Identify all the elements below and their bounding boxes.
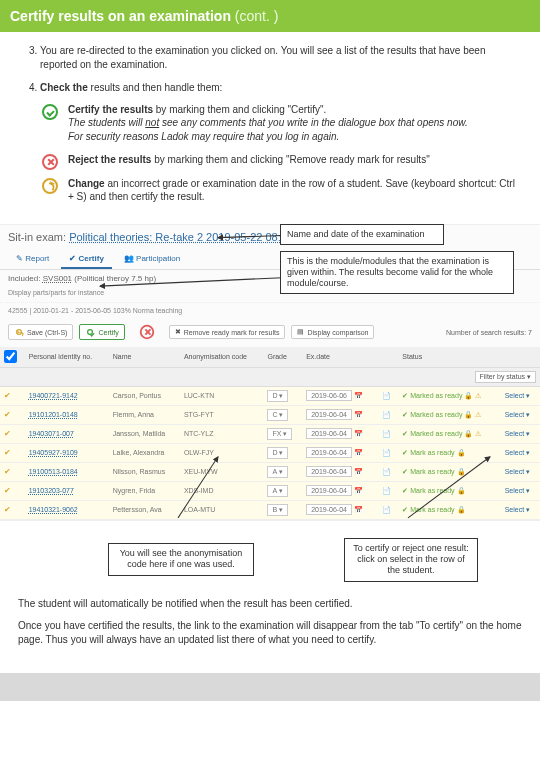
action-certify-security: For security reasons Ladok may require t… xyxy=(68,131,339,142)
cell-name: Carson, Pontus xyxy=(109,386,180,405)
col-pid[interactable]: Personal identity no. xyxy=(25,347,109,368)
remove-mark-icon-standalone xyxy=(139,324,155,341)
cell-grade[interactable]: A ▾ xyxy=(263,462,302,481)
remove-mark-button[interactable]: ✖ Remove ready mark for results xyxy=(169,325,286,339)
certify-button[interactable]: Certify xyxy=(79,324,124,340)
cell-name: Flemm, Anna xyxy=(109,405,180,424)
row-checkbox[interactable]: ✔ xyxy=(0,462,25,481)
row-checkbox[interactable]: ✔ xyxy=(0,481,25,500)
cell-date[interactable]: 2019-06-04 📅 xyxy=(302,500,378,519)
cell-note-icon[interactable]: 📄 xyxy=(378,481,398,500)
row-checkbox[interactable]: ✔ xyxy=(0,424,25,443)
refresh-circle-icon xyxy=(42,178,58,194)
cell-status: ✔ Mark as ready 🔒 xyxy=(398,443,500,462)
step-3: You are re-directed to the examination y… xyxy=(40,44,522,71)
cell-grade[interactable]: B ▾ xyxy=(263,500,302,519)
cell-status: ✔ Mark as ready 🔒 xyxy=(398,462,500,481)
cell-status: ✔ Mark as ready 🔒 xyxy=(398,500,500,519)
cell-note-icon[interactable]: 📄 xyxy=(378,405,398,424)
closing-p1: The student will automatically be notifi… xyxy=(18,597,522,611)
result-count: Number of search results: 7 xyxy=(446,329,532,336)
exam-title: Sit-in exam: Political theories: Re-take… xyxy=(0,225,540,250)
step-4: Check the results and then handle them: … xyxy=(40,81,522,204)
check-circle-icon xyxy=(42,104,58,120)
cell-anon: OLW-FJY xyxy=(180,443,264,462)
col-chk[interactable] xyxy=(0,347,25,368)
action-reject-rest: by marking them and clicking "Remove rea… xyxy=(151,154,429,165)
callout-module: This is the module/modules that the exam… xyxy=(280,251,514,295)
cell-name: Jansson, Matilda xyxy=(109,424,180,443)
cell-date[interactable]: 2019-06-04 📅 xyxy=(302,424,378,443)
warning-icon: ⚠ xyxy=(475,430,481,437)
cell-grade[interactable]: D ▾ xyxy=(263,443,302,462)
col-date[interactable]: Ex.date xyxy=(302,347,378,368)
filter-by-status[interactable]: Filter by status ▾ xyxy=(475,371,536,383)
page-title-cont: (cont. ) xyxy=(235,8,279,24)
cell-date[interactable]: 2019-06-04 📅 xyxy=(302,481,378,500)
callout-anon-code: You will see the anonymisation code here… xyxy=(108,543,254,576)
col-status[interactable]: Status xyxy=(398,347,500,368)
row-checkbox[interactable]: ✔ xyxy=(0,500,25,519)
col-name[interactable]: Name xyxy=(109,347,180,368)
warning-icon: ⚠ xyxy=(475,411,481,418)
row-checkbox[interactable]: ✔ xyxy=(0,405,25,424)
cell-select[interactable]: Select ▾ xyxy=(501,386,540,405)
filter-line: 42555 | 2010-01-21 - 2015-06-05 103% Nor… xyxy=(0,302,540,318)
cell-grade[interactable]: D ▾ xyxy=(263,386,302,405)
tab-participation[interactable]: 👥 Participation xyxy=(116,250,188,269)
check-icon xyxy=(87,329,93,335)
footer-bar xyxy=(0,673,540,701)
action-change-rest: an incorrect grade or examination date i… xyxy=(68,178,515,203)
step-4-rest: results and then handle them: xyxy=(88,82,223,93)
row-checkbox[interactable]: ✔ xyxy=(0,443,25,462)
tab-certify[interactable]: ✔ Certify xyxy=(61,250,112,269)
cell-date[interactable]: 2019-06-04 📅 xyxy=(302,462,378,481)
table-row: ✔19405927-9109Lalke, AlexandraOLW-FJYD ▾… xyxy=(0,443,540,462)
lock-icon: 🔒 xyxy=(464,430,473,437)
callout-exam-name: Name and date of the examination xyxy=(280,224,444,245)
cell-select[interactable]: Select ▾ xyxy=(501,481,540,500)
lock-icon: 🔒 xyxy=(457,449,466,456)
cell-status: ✔ Marked as ready 🔒 ⚠ xyxy=(398,386,500,405)
cell-select[interactable]: Select ▾ xyxy=(501,462,540,481)
module-link[interactable]: SVS001 xyxy=(43,274,72,283)
cell-select[interactable]: Select ▾ xyxy=(501,405,540,424)
cell-note-icon[interactable]: 📄 xyxy=(378,443,398,462)
col-anon[interactable]: Anonymisation code xyxy=(180,347,264,368)
cell-note-icon[interactable]: 📄 xyxy=(378,424,398,443)
cell-select[interactable]: Select ▾ xyxy=(501,500,540,519)
page-header: Certify results on an examination (cont.… xyxy=(0,0,540,32)
tab-report[interactable]: ✎ Report xyxy=(8,250,57,269)
row-checkbox[interactable]: ✔ xyxy=(0,386,25,405)
cell-grade[interactable]: C ▾ xyxy=(263,405,302,424)
cell-select[interactable]: Select ▾ xyxy=(501,443,540,462)
cell-note-icon[interactable]: 📄 xyxy=(378,500,398,519)
cell-select[interactable]: Select ▾ xyxy=(501,424,540,443)
cell-date[interactable]: 2019-06-04 📅 xyxy=(302,405,378,424)
cell-note-icon[interactable]: 📄 xyxy=(378,462,398,481)
lock-icon: 🔒 xyxy=(464,392,473,399)
cell-pid: 19403071-007 xyxy=(25,424,109,443)
closing-p2: Once you have certified the results, the… xyxy=(18,619,522,647)
cell-grade[interactable]: FX ▾ xyxy=(263,424,302,443)
cell-status: ✔ Mark as ready 🔒 xyxy=(398,481,500,500)
table-row: ✔19400721-9142Carson, PontusLUC-KTND ▾20… xyxy=(0,386,540,405)
cell-grade[interactable]: A ▾ xyxy=(263,481,302,500)
page-title: Certify results on an examination xyxy=(10,8,231,24)
table-row: ✔19101201-0148Flemm, AnnaSTG-FYTC ▾2019-… xyxy=(0,405,540,424)
col-grade[interactable]: Grade xyxy=(263,347,302,368)
lock-icon: 🔒 xyxy=(457,468,466,475)
refresh-icon xyxy=(16,329,22,335)
cell-pid: 19405927-9109 xyxy=(25,443,109,462)
cell-anon: STG-FYT xyxy=(180,405,264,424)
cell-pid: 19410321-9062 xyxy=(25,500,109,519)
cell-date[interactable]: 2019-06-06 📅 xyxy=(302,386,378,405)
step-3-text: You are re-directed to the examination y… xyxy=(40,45,485,70)
cell-note-icon[interactable]: 📄 xyxy=(378,386,398,405)
results-table: Personal identity no. Name Anonymisation… xyxy=(0,347,540,520)
table-row: ✔19103203-077Nygren, FridaXDS-IMDA ▾2019… xyxy=(0,481,540,500)
display-comparison-button[interactable]: ▤ Display comparison xyxy=(291,325,374,339)
warning-icon: ⚠ xyxy=(475,392,481,399)
save-button[interactable]: Save (Ctrl-S) xyxy=(8,324,73,340)
cell-date[interactable]: 2019-06-04 📅 xyxy=(302,443,378,462)
